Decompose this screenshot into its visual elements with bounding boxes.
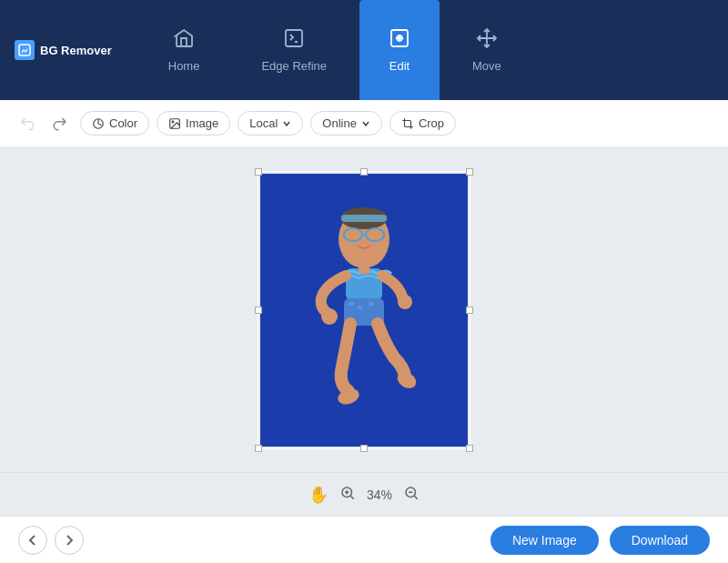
new-image-button[interactable]: New Image xyxy=(490,526,599,555)
next-icon xyxy=(63,534,76,547)
bottom-nav xyxy=(18,526,84,555)
svg-rect-20 xyxy=(369,302,374,306)
zoom-in-icon[interactable] xyxy=(339,485,356,505)
online-chevron-icon xyxy=(361,119,370,128)
app-logo: BG Remover xyxy=(15,40,112,60)
nav-item-edit[interactable]: Edit xyxy=(359,0,440,100)
bottom-actions: New Image Download xyxy=(490,526,710,555)
logo-icon xyxy=(15,40,35,60)
svg-rect-0 xyxy=(19,45,30,55)
svg-rect-9 xyxy=(341,215,387,222)
move-icon xyxy=(476,27,498,54)
nav-bar: BG Remover Home Edge Refine xyxy=(0,0,728,100)
home-icon xyxy=(173,27,195,54)
local-button[interactable]: Local xyxy=(238,111,303,136)
svg-rect-19 xyxy=(358,306,362,309)
color-icon xyxy=(92,117,105,130)
toolbar: Color Image Local Online Crop xyxy=(0,100,728,147)
svg-rect-18 xyxy=(349,302,354,306)
crop-icon xyxy=(401,117,414,130)
image-container xyxy=(260,174,468,447)
hand-tool-icon[interactable]: ✋ xyxy=(308,485,329,505)
bottom-bar: New Image Download xyxy=(0,516,728,563)
nav-item-move[interactable]: Move xyxy=(443,0,531,100)
svg-point-15 xyxy=(321,308,338,325)
download-button[interactable]: Download xyxy=(610,526,710,555)
undo-button[interactable] xyxy=(15,111,40,136)
zoom-out-icon[interactable] xyxy=(403,485,420,505)
crop-button[interactable]: Crop xyxy=(389,111,456,136)
image-canvas xyxy=(260,174,468,447)
image-icon xyxy=(168,117,181,130)
svg-point-6 xyxy=(172,121,174,123)
color-button[interactable]: Color xyxy=(80,111,149,136)
svg-point-16 xyxy=(398,295,412,309)
svg-rect-14 xyxy=(359,266,369,274)
redo-button[interactable] xyxy=(47,111,73,136)
edit-icon xyxy=(389,27,410,54)
zoom-level: 34% xyxy=(367,488,392,502)
canvas-area xyxy=(0,147,728,472)
local-chevron-icon xyxy=(282,119,291,128)
nav-item-home[interactable]: Home xyxy=(139,0,229,100)
edge-refine-icon xyxy=(283,27,305,54)
prev-icon xyxy=(26,534,39,547)
nav-items: Home Edge Refine Edit xyxy=(139,0,531,100)
svg-rect-1 xyxy=(286,30,302,46)
zoom-bar: ✋ 34% xyxy=(0,472,728,516)
image-button[interactable]: Image xyxy=(157,111,230,136)
next-button[interactable] xyxy=(55,526,84,555)
subject-image xyxy=(287,180,441,439)
nav-item-edge-refine[interactable]: Edge Refine xyxy=(232,0,356,100)
online-button[interactable]: Online xyxy=(310,111,382,136)
prev-button[interactable] xyxy=(18,526,47,555)
